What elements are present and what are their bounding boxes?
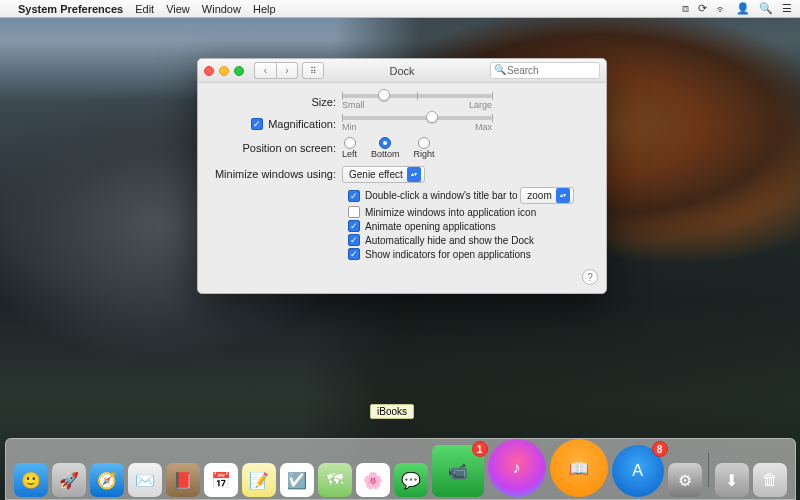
dock-itunes[interactable]: ♪: [488, 439, 546, 497]
dock-divider: [708, 453, 709, 487]
dock-downloads[interactable]: ⬇: [715, 463, 749, 497]
mag-max-label: Max: [475, 122, 492, 132]
dock-appstore[interactable]: A8: [612, 445, 664, 497]
preferences-window: ‹ › ⠿ Dock 🔍 Size: Small Large: [197, 58, 607, 294]
minimize-into-icon-checkbox[interactable]: [348, 206, 360, 218]
opt1-label: Animate opening applications: [365, 221, 496, 232]
dock-tooltip: iBooks: [370, 404, 414, 419]
dock-ibooks[interactable]: 📖: [550, 439, 608, 497]
sync-icon[interactable]: ⟳: [698, 2, 707, 15]
dock-mail[interactable]: ✉️: [128, 463, 162, 497]
traffic-lights: [204, 66, 244, 76]
menu-window[interactable]: Window: [202, 3, 241, 15]
position-bottom-radio[interactable]: Bottom: [371, 137, 400, 159]
zoom-button[interactable]: [234, 66, 244, 76]
size-label: Size:: [212, 96, 342, 108]
close-button[interactable]: [204, 66, 214, 76]
dock-photos[interactable]: 🌸: [356, 463, 390, 497]
minimize-using-label: Minimize windows using:: [212, 168, 342, 180]
position-right-radio[interactable]: Right: [414, 137, 435, 159]
doubleclick-label: Double-click a window's title bar to: [365, 190, 518, 201]
wifi-icon[interactable]: ᯤ: [716, 3, 727, 15]
dock-maps[interactable]: 🗺: [318, 463, 352, 497]
position-left-radio[interactable]: Left: [342, 137, 357, 159]
chevron-updown-icon: ▴▾: [407, 167, 421, 182]
position-label: Position on screen:: [212, 142, 342, 154]
dock-preferences[interactable]: ⚙: [668, 463, 702, 497]
show-indicators-checkbox[interactable]: ✓: [348, 248, 360, 260]
nav-back-forward: ‹ ›: [254, 62, 298, 79]
dock-facetime[interactable]: 📹1: [432, 445, 484, 497]
dropbox-icon[interactable]: ⧈: [682, 2, 689, 15]
size-max-label: Large: [469, 100, 492, 110]
dock-finder[interactable]: 🙂: [14, 463, 48, 497]
opt0-label: Minimize windows into application icon: [365, 207, 536, 218]
dock-notes[interactable]: 📝: [242, 463, 276, 497]
menubar-app-name[interactable]: System Preferences: [18, 3, 123, 15]
doubleclick-action-select[interactable]: zoom ▴▾: [520, 187, 573, 204]
autohide-dock-checkbox[interactable]: ✓: [348, 234, 360, 246]
menubar: System Preferences Edit View Window Help…: [0, 0, 800, 18]
dock-contacts[interactable]: 📕: [166, 463, 200, 497]
magnification-label: Magnification:: [268, 118, 336, 130]
opt2-label: Automatically hide and show the Dock: [365, 235, 534, 246]
forward-button[interactable]: ›: [276, 62, 298, 79]
minimize-button[interactable]: [219, 66, 229, 76]
chevron-updown-icon: ▴▾: [556, 188, 570, 203]
menu-help[interactable]: Help: [253, 3, 276, 15]
spotlight-icon[interactable]: 🔍: [759, 2, 773, 15]
animate-opening-checkbox[interactable]: ✓: [348, 220, 360, 232]
mag-min-label: Min: [342, 122, 357, 132]
dock-calendar[interactable]: 📅: [204, 463, 238, 497]
help-button[interactable]: ?: [582, 269, 598, 285]
magnification-checkbox[interactable]: ✓: [251, 118, 263, 130]
dock-facetime-badge: 1: [472, 441, 488, 457]
dock-appstore-badge: 8: [652, 441, 668, 457]
dock-messages[interactable]: 💬: [394, 463, 428, 497]
doubleclick-checkbox[interactable]: ✓: [348, 190, 360, 202]
user-icon[interactable]: 👤: [736, 2, 750, 15]
menu-edit[interactable]: Edit: [135, 3, 154, 15]
size-min-label: Small: [342, 100, 365, 110]
show-all-button[interactable]: ⠿: [302, 62, 324, 79]
search-icon: 🔍: [494, 64, 506, 75]
magnification-slider[interactable]: [342, 116, 492, 120]
opt3-label: Show indicators for open applications: [365, 249, 531, 260]
search-input[interactable]: [490, 62, 600, 79]
size-slider[interactable]: [342, 94, 492, 98]
window-titlebar[interactable]: ‹ › ⠿ Dock 🔍: [198, 59, 606, 83]
dock: 🙂🚀🧭✉️📕📅📝☑️🗺🌸💬📹1♪📖A8⚙⬇🗑: [0, 438, 800, 500]
dock-reminders[interactable]: ☑️: [280, 463, 314, 497]
menu-view[interactable]: View: [166, 3, 190, 15]
dock-trash[interactable]: 🗑: [753, 463, 787, 497]
minimize-effect-select[interactable]: Genie effect ▴▾: [342, 166, 425, 183]
dock-launchpad[interactable]: 🚀: [52, 463, 86, 497]
dock-safari[interactable]: 🧭: [90, 463, 124, 497]
notification-center-icon[interactable]: ☰: [782, 2, 792, 15]
back-button[interactable]: ‹: [254, 62, 276, 79]
